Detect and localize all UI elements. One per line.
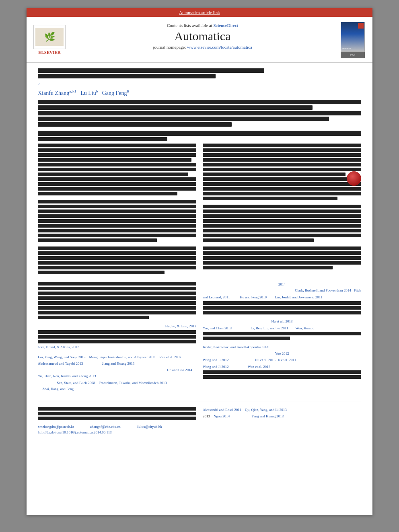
hu-feng-ref: Hu and Feng 2010 xyxy=(240,295,267,299)
cover-image: automatica xyxy=(341,22,365,52)
cover-title-text: automatica xyxy=(342,47,351,50)
zhai-ref: Zhai, Jiang, and Feng xyxy=(42,387,74,391)
bottom-right: Alessandri and Rossi 2011 Qu, Qian, Yang… xyxy=(203,407,361,421)
col-left xyxy=(38,144,196,275)
hu-et-al-2013-ref: Hu et al., 2013 xyxy=(271,319,292,323)
homepage-text: journal homepage: xyxy=(153,45,187,49)
hu-se-lam-ref: Hu, Se, & Lam, 2013 xyxy=(165,324,196,328)
author1-link[interactable]: Xianfu Zhang xyxy=(38,90,69,96)
wen-et-al-ref: Wen et al. 2013 xyxy=(248,365,270,369)
article-note: o xyxy=(38,82,361,87)
hu-et-al-2013b-ref: Hu et al. 2013 xyxy=(255,358,276,362)
author2-sup: b xyxy=(96,89,98,93)
elsevier-tree-icon xyxy=(35,28,64,46)
yin-chen-ref: Yin, and Chen 2013 xyxy=(203,326,232,330)
top-nav-bar[interactable]: Automatica article link xyxy=(27,8,372,17)
article-content: o Xianfu Zhanga,b,1 Lu Liub Gang FengB xyxy=(27,63,372,442)
yang-huang-ref: Yang and Huang 2013 xyxy=(251,414,284,418)
wang-ji-ref: Wang and Ji 2012 xyxy=(203,358,229,362)
sen-state-ref: Sen, State, and Buck 2008 xyxy=(57,381,95,385)
red-circle-icon xyxy=(347,171,361,186)
sciencedirect-link[interactable]: ScienceDirect xyxy=(213,23,238,28)
author1-sup: a,b,1 xyxy=(69,89,76,93)
email2-link[interactable]: zhangxf@ebe.edu.cn xyxy=(90,425,121,429)
cover-badge-text: IFAC xyxy=(350,54,355,56)
email1-link[interactable]: xmzhangdm@postech.kr xyxy=(38,425,74,429)
abstract-header-block xyxy=(38,131,361,141)
note-sup: o xyxy=(38,82,39,85)
cover-elsevier-icon xyxy=(358,23,364,29)
journal-center: Contents lists available at ScienceDirec… xyxy=(72,21,333,58)
lin-feng-ref: Lin, Feng, Wang, and Song 2013 xyxy=(38,355,86,359)
email2-label: zhangxf@ebe.edu.cn xyxy=(90,425,121,429)
krstic-ref: Krstic, Kokotovic, and Kanellakopoulos 1… xyxy=(203,345,269,349)
frontel-ref: Frontelmann, Takarba, and Momnilzadeh 20… xyxy=(99,381,167,385)
email3-label: liulux@cityub.hk xyxy=(137,425,162,429)
journal-cover: automatica IFAC xyxy=(337,21,368,58)
article-page: Automatica article link ELSEVIER Content… xyxy=(27,8,372,515)
ren-ref: Ren et al. 2007 xyxy=(159,355,181,359)
article-title-block xyxy=(38,68,361,78)
year-2013-text: 2013 xyxy=(203,414,210,418)
authors-line: Xianfu Zhanga,b,1 Lu Liub Gang FengB xyxy=(38,89,361,97)
li-et-al-2011-ref: li et al. 2011 xyxy=(278,358,296,362)
elsevier-logo-section: ELSEVIER xyxy=(31,21,68,58)
elsevier-label: ELSEVIER xyxy=(38,50,61,55)
author2-link[interactable]: Lu Liu xyxy=(80,90,96,96)
author3-link[interactable]: Gang Feng xyxy=(102,90,127,96)
author3-sup: B xyxy=(127,89,129,93)
clark-ref: Clark, Bushnell, and Poovendran 2014 xyxy=(295,288,351,292)
liu-jordal-ref: Liu, Jordal, and Jo-vanovic 2011 xyxy=(275,295,322,299)
abdessameud-ref: Abdessameud and Tayebi 2013 xyxy=(38,362,83,366)
ngou-ref: Ngou 2014 xyxy=(214,414,230,418)
yu-chen-ren-ref: Yu, Chen, Ren, Kurths, and Zheng 2013 xyxy=(38,374,96,378)
email3-link[interactable]: liulux@cityub.hk xyxy=(137,425,162,429)
nav-link[interactable]: Automatica article link xyxy=(179,10,220,15)
homepage-line: journal homepage: www.elsevier.com/locat… xyxy=(72,45,333,49)
logo-box xyxy=(33,25,66,49)
journal-title: Automatica xyxy=(72,29,333,43)
cover-badge: IFAC xyxy=(341,52,365,58)
contents-line: Contents lists available at ScienceDirec… xyxy=(72,23,333,28)
bern-brand-ref: bern, Brand, & Atkins, 2007 xyxy=(38,345,79,349)
qu-qian-ref: Qu, Qian, Yang, and Li 2013 xyxy=(245,408,287,412)
email1-label: xmzhangdm@postech.kr xyxy=(38,425,74,429)
doi-link[interactable]: http://dx.doi.org/10.1016/j.automatica.2… xyxy=(38,430,112,434)
wang-ji-2012b-ref: Wang and Ji 2012 xyxy=(203,365,229,369)
fitch-ref: Fitch xyxy=(354,288,361,292)
affiliation-block xyxy=(38,100,361,127)
contents-text: Contents lists available at xyxy=(167,23,213,28)
li-ben-liu-ref: Li, Ben, Liu, and Fu 2011 xyxy=(251,326,288,330)
doi-line: http://dx.doi.org/10.1016/j.automatica.2… xyxy=(38,430,361,434)
refs-left-col: Hu, Se, & Lam, 2013 bern, Brand, & Atkin… xyxy=(38,282,196,393)
leonard-ref: and Leonard, 2011 xyxy=(203,295,230,299)
he-cao-ref: He and Cao 2014 xyxy=(167,368,192,372)
email-row: xmzhangdm@postech.kr zhangxf@ebe.edu.cn … xyxy=(38,425,361,429)
wen-huang-ref: Wen, Huang xyxy=(295,326,313,330)
cover-journal-name: automatica xyxy=(342,47,351,50)
body-columns xyxy=(38,144,361,275)
bottom-left xyxy=(38,407,196,421)
year-2014-ref: 2014 xyxy=(278,282,286,286)
homepage-link[interactable]: www.elsevier.com/locate/automatica xyxy=(187,45,252,49)
bottom-info: Alessandri and Rossi 2011 Qu, Qian, Yang… xyxy=(38,401,361,434)
yoo-ref: Yoo 2012 xyxy=(275,351,289,355)
alessandri-ref: Alessandri and Rossi 2011 xyxy=(203,408,241,412)
journal-header: ELSEVIER Contents lists available at Sci… xyxy=(27,17,372,63)
refs-section: Hu, Se, & Lam, 2013 bern, Brand, & Atkin… xyxy=(38,282,361,393)
meng-ref: Meng, Papachristodoulou, and Allgower 20… xyxy=(89,355,156,359)
jiang-huang-ref: Jiang and Huang 2013 xyxy=(102,362,135,366)
col-right xyxy=(203,144,361,275)
refs-right-col: 2014 Clark, Bushnell, and Poovendran 201… xyxy=(203,282,361,393)
